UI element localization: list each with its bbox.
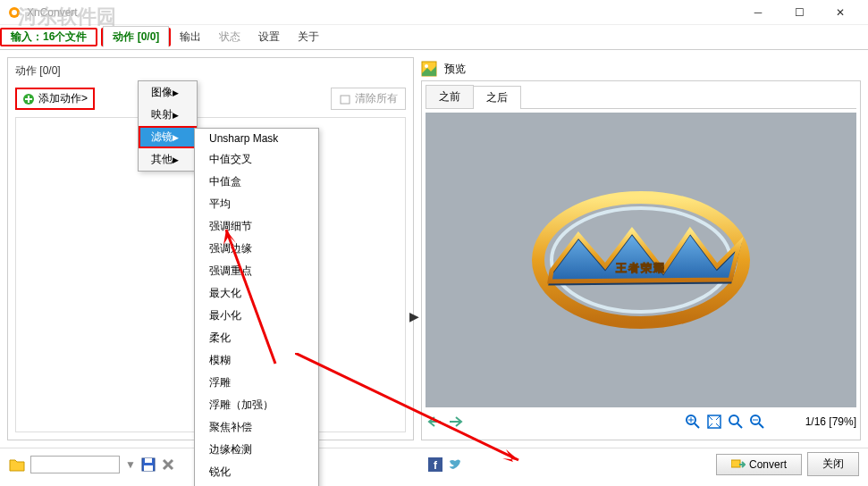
close-window-button[interactable]: ✕	[820, 0, 861, 25]
filter-item[interactable]: 边缘检测	[195, 439, 318, 461]
svg-point-5	[425, 64, 428, 68]
preview-image: 王者荣耀	[426, 113, 856, 407]
filter-item[interactable]: 聚焦补偿	[195, 416, 318, 439]
footer: ▼ f Convert 关闭	[0, 448, 868, 480]
open-folder-icon[interactable]	[9, 457, 25, 472]
add-action-label: 添加动作>	[38, 91, 88, 106]
filter-item[interactable]: 锐化	[195, 461, 318, 483]
convert-label: Convert	[749, 458, 787, 471]
close-button[interactable]: 关闭	[807, 452, 859, 476]
main-tabs: 输入：16个文件 动作 [0/0] 输出 状态 设置 关于	[0, 25, 868, 50]
preview-tab-after[interactable]: 之后	[473, 86, 521, 109]
preview-icon	[421, 61, 437, 77]
preview-status: 1/16 [79%]	[805, 415, 856, 428]
minimize-button[interactable]: ─	[737, 0, 779, 25]
nav-prev-icon[interactable]	[426, 413, 443, 431]
maximize-button[interactable]: ☐	[779, 0, 820, 25]
zoom-fit-icon[interactable]	[705, 413, 723, 431]
filter-item[interactable]: 浮雕	[195, 372, 318, 394]
tab-settings[interactable]: 设置	[249, 26, 289, 48]
filter-submenu: Unsharp Mask 中值交叉 中值盒 平均 强调细节 强调边缘 强调重点 …	[194, 128, 319, 486]
filter-item[interactable]: 浮雕（加强）	[195, 394, 318, 416]
nav-next-icon[interactable]	[447, 413, 465, 431]
action-category-menu: 图像▶ 映射▶ 滤镜▶ 其他▶	[138, 80, 198, 172]
filter-item[interactable]: 平均	[195, 193, 318, 215]
preview-panel: 预览 之前 之后 王者荣耀	[421, 57, 861, 440]
delete-icon[interactable]	[161, 457, 175, 472]
filter-item[interactable]: 强调边缘	[195, 238, 318, 260]
filter-item[interactable]: 柔化	[195, 327, 318, 349]
filter-item[interactable]: 中值交叉	[195, 148, 318, 171]
app-icon	[7, 5, 21, 20]
tab-input[interactable]: 输入：16个文件	[2, 27, 96, 46]
menu-item-filter[interactable]: 滤镜▶	[139, 126, 197, 148]
filter-item[interactable]: Unsharp Mask	[195, 129, 318, 148]
titlebar: XnConvert ─ ☐ ✕	[0, 0, 868, 25]
svg-rect-19	[144, 465, 153, 471]
zoom-out-icon[interactable]	[748, 413, 766, 431]
filter-item[interactable]: 模糊	[195, 349, 318, 372]
filter-item[interactable]: 最大化	[195, 282, 318, 305]
expand-arrow-icon[interactable]: ▶	[409, 309, 419, 323]
zoom-in-icon[interactable]	[684, 413, 702, 431]
window-title: XnConvert	[27, 6, 737, 19]
actions-header: 动作 [0/0]	[8, 58, 413, 84]
svg-rect-3	[341, 96, 350, 104]
twitter-icon[interactable]	[448, 457, 462, 472]
menu-item-map[interactable]: 映射▶	[139, 104, 197, 126]
menu-item-image[interactable]: 图像▶	[139, 81, 197, 104]
svg-point-1	[12, 10, 17, 15]
preview-tab-before[interactable]: 之前	[426, 85, 474, 108]
svg-rect-22	[731, 460, 740, 467]
filter-item[interactable]: 强调重点	[195, 260, 318, 282]
zoom-actual-icon[interactable]	[727, 413, 745, 431]
clear-all-button[interactable]: 清除所有	[331, 88, 406, 110]
tab-output[interactable]: 输出	[171, 26, 210, 48]
menu-item-other[interactable]: 其他▶	[139, 148, 197, 171]
tab-action[interactable]: 动作 [0/0]	[103, 26, 169, 47]
svg-point-11	[729, 415, 738, 424]
filter-item[interactable]: 强调细节	[195, 215, 318, 238]
filter-item[interactable]: 中值盒	[195, 171, 318, 193]
clear-all-label: 清除所有	[355, 91, 398, 106]
preview-label: 预览	[444, 62, 466, 77]
preset-dropdown[interactable]	[30, 456, 120, 473]
add-action-button[interactable]: 添加动作>	[15, 88, 95, 110]
facebook-icon[interactable]: f	[428, 457, 442, 472]
convert-button[interactable]: Convert	[716, 454, 802, 475]
svg-text:王者荣耀: 王者荣耀	[615, 262, 666, 274]
svg-rect-18	[145, 458, 152, 463]
tab-about[interactable]: 关于	[289, 26, 328, 48]
filter-item[interactable]: 最小化	[195, 305, 318, 327]
tab-status[interactable]: 状态	[210, 26, 249, 48]
save-icon[interactable]	[141, 457, 156, 472]
